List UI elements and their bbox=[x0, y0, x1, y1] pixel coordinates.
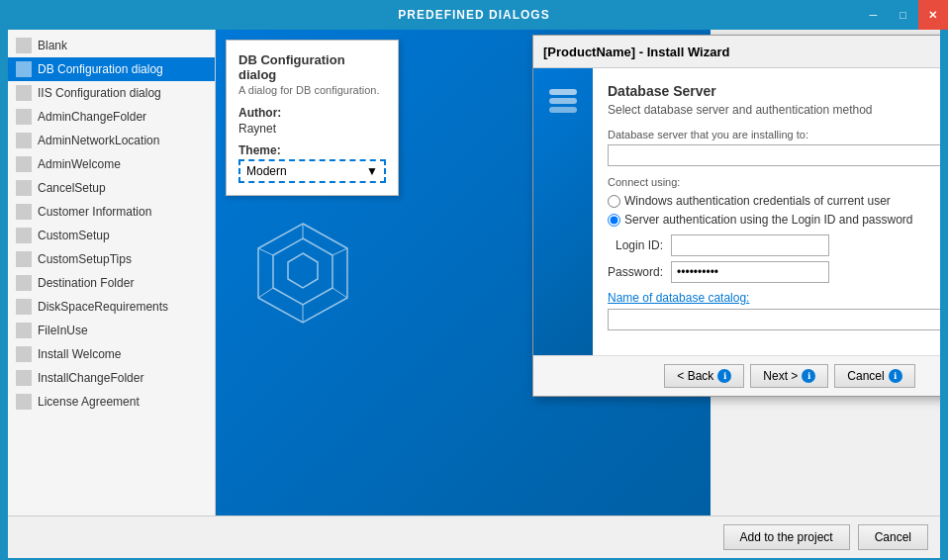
sidebar-item-file-in-use[interactable]: FileInUse bbox=[8, 319, 215, 342]
sidebar-item-custom-setup[interactable]: CustomSetup bbox=[8, 224, 215, 247]
wizard-footer: < Back ℹ Next > ℹ Cancel ℹ bbox=[533, 355, 940, 396]
login-id-input[interactable] bbox=[671, 234, 829, 256]
sidebar-cancel-setup-icon bbox=[16, 180, 32, 196]
sidebar-custom-setup-tips-icon bbox=[16, 251, 32, 267]
svg-rect-11 bbox=[549, 107, 577, 113]
sidebar-custom-setup-icon bbox=[16, 228, 32, 243]
sidebar-iis-config-icon bbox=[16, 85, 32, 101]
geometric-icon bbox=[253, 219, 352, 327]
svg-rect-10 bbox=[549, 98, 577, 104]
sidebar-install-change-icon bbox=[16, 370, 32, 386]
wizard-title: [ProductName] - Install Wizard bbox=[543, 45, 729, 59]
maximize-button[interactable]: □ bbox=[889, 0, 918, 30]
sidebar-blank-icon bbox=[16, 38, 32, 53]
wizard-body: Database Server Select database server a… bbox=[533, 68, 940, 355]
sidebar-item-admin-welcome[interactable]: AdminWelcome bbox=[8, 152, 215, 176]
sidebar-admin-welcome-icon bbox=[16, 156, 32, 172]
sidebar-item-db-config[interactable]: DB Configuration dialog bbox=[8, 57, 215, 81]
sidebar-item-install-change[interactable]: InstallChangeFolder bbox=[8, 366, 215, 390]
back-button[interactable]: < Back ℹ bbox=[664, 364, 744, 388]
theme-label: Theme: bbox=[238, 143, 386, 157]
main-panel: DB Configuration dialog A dialog for DB … bbox=[216, 30, 940, 515]
back-btn-label: < Back bbox=[677, 369, 713, 383]
svg-line-4 bbox=[332, 248, 347, 255]
cancel-btn-label: Cancel bbox=[847, 369, 884, 383]
sidebar-item-admin-change[interactable]: AdminChangeFolder bbox=[8, 105, 215, 129]
window-close-button[interactable]: ✕ bbox=[918, 0, 948, 30]
add-to-project-label: Add to the project bbox=[740, 530, 833, 544]
windows-auth-label: Windows authentication credentials of cu… bbox=[624, 194, 891, 208]
minimize-button[interactable]: ─ bbox=[859, 0, 889, 30]
author-value: Raynet bbox=[238, 122, 386, 136]
sidebar-item-custom-setup-tips[interactable]: CustomSetupTips bbox=[8, 247, 215, 271]
window-title: PREDEFINED DIALOGS bbox=[398, 8, 549, 22]
cancel-button[interactable]: Cancel ℹ bbox=[834, 364, 914, 388]
wizard-section-title: Database Server bbox=[608, 83, 940, 99]
sidebar-item-install-welcome[interactable]: Install Welcome bbox=[8, 342, 215, 366]
catalog-row: Browse... ℹ bbox=[608, 309, 940, 330]
db-server-label: Database server that you are installing … bbox=[608, 129, 940, 140]
server-auth-radio[interactable] bbox=[608, 214, 620, 227]
add-to-project-button[interactable]: Add to the project bbox=[723, 524, 850, 550]
db-server-input[interactable] bbox=[608, 144, 940, 166]
bottom-bar: Add to the project Cancel bbox=[8, 515, 940, 558]
svg-marker-2 bbox=[288, 253, 318, 288]
next-btn-icon: ℹ bbox=[802, 369, 815, 383]
svg-rect-9 bbox=[549, 89, 577, 95]
sidebar-disk-space-icon bbox=[16, 299, 32, 315]
connect-label: Connect using: bbox=[608, 176, 940, 188]
sidebar: Blank DB Configuration dialog IIS Config… bbox=[8, 30, 216, 515]
back-btn-icon: ℹ bbox=[717, 369, 731, 383]
windows-auth-row: Windows authentication credentials of cu… bbox=[608, 194, 940, 208]
sidebar-admin-network-icon bbox=[16, 133, 32, 148]
sidebar-item-cancel-setup[interactable]: CancelSetup bbox=[8, 176, 215, 200]
svg-line-8 bbox=[258, 248, 273, 255]
theme-select-arrow: ▼ bbox=[366, 164, 378, 178]
svg-line-5 bbox=[332, 288, 347, 298]
sidebar-customer-info-icon bbox=[16, 204, 32, 220]
password-input[interactable] bbox=[671, 261, 829, 283]
title-bar: PREDEFINED DIALOGS ─ □ ✕ bbox=[0, 0, 948, 30]
sidebar-item-disk-space[interactable]: DiskSpaceRequirements bbox=[8, 295, 215, 319]
sidebar-db-config-icon bbox=[16, 61, 32, 77]
password-label: Password: bbox=[608, 265, 663, 279]
main-container: Blank DB Configuration dialog IIS Config… bbox=[8, 30, 940, 558]
svg-marker-1 bbox=[273, 238, 332, 305]
bottom-cancel-button[interactable]: Cancel bbox=[858, 524, 928, 550]
sidebar-item-blank[interactable]: Blank bbox=[8, 34, 215, 57]
sidebar-install-welcome-icon bbox=[16, 346, 32, 362]
bottom-cancel-label: Cancel bbox=[875, 530, 911, 544]
catalog-input[interactable] bbox=[608, 309, 940, 330]
windows-auth-radio[interactable] bbox=[608, 195, 620, 208]
server-auth-label: Server authentication using the Login ID… bbox=[624, 213, 913, 227]
sidebar-dest-folder-icon bbox=[16, 275, 32, 291]
wizard-db-icon bbox=[545, 83, 581, 123]
theme-select[interactable]: Modern ▼ bbox=[238, 159, 386, 183]
catalog-label: Name of database catalog: bbox=[608, 291, 940, 305]
svg-line-7 bbox=[258, 288, 273, 298]
wizard-title-bar: [ProductName] - Install Wizard ✕ bbox=[533, 36, 940, 68]
content-area: Blank DB Configuration dialog IIS Config… bbox=[8, 30, 940, 515]
sidebar-license-icon bbox=[16, 394, 32, 410]
login-id-label: Login ID: bbox=[608, 238, 663, 252]
login-grid: Login ID: Password: bbox=[608, 234, 940, 283]
sidebar-file-in-use-icon bbox=[16, 323, 32, 338]
next-btn-label: Next > bbox=[763, 369, 798, 383]
sidebar-item-license[interactable]: License Agreement bbox=[8, 390, 215, 414]
cancel-btn-icon: ℹ bbox=[889, 369, 902, 383]
wizard-content: Database Server Select database server a… bbox=[593, 68, 940, 355]
sidebar-item-customer-info[interactable]: Customer Information bbox=[8, 200, 215, 224]
popup-card-subtitle: A dialog for DB configuration. bbox=[238, 84, 386, 96]
sidebar-item-admin-network[interactable]: AdminNetworkLocation bbox=[8, 129, 215, 152]
next-button[interactable]: Next > ℹ bbox=[750, 364, 828, 388]
wizard-dialog: [ProductName] - Install Wizard ✕ bbox=[532, 35, 940, 397]
theme-select-value: Modern bbox=[246, 164, 287, 178]
db-server-row: Browse... ℹ bbox=[608, 144, 940, 166]
popup-card: DB Configuration dialog A dialog for DB … bbox=[226, 40, 399, 196]
sidebar-item-dest-folder[interactable]: Destination Folder bbox=[8, 271, 215, 295]
sidebar-item-iis-config[interactable]: IIS Configuration dialog bbox=[8, 81, 215, 105]
wizard-section-desc: Select database server and authenticatio… bbox=[608, 103, 940, 117]
window-controls: ─ □ ✕ bbox=[859, 0, 948, 30]
popup-card-title: DB Configuration dialog bbox=[238, 52, 386, 82]
author-label: Author: bbox=[238, 106, 386, 120]
